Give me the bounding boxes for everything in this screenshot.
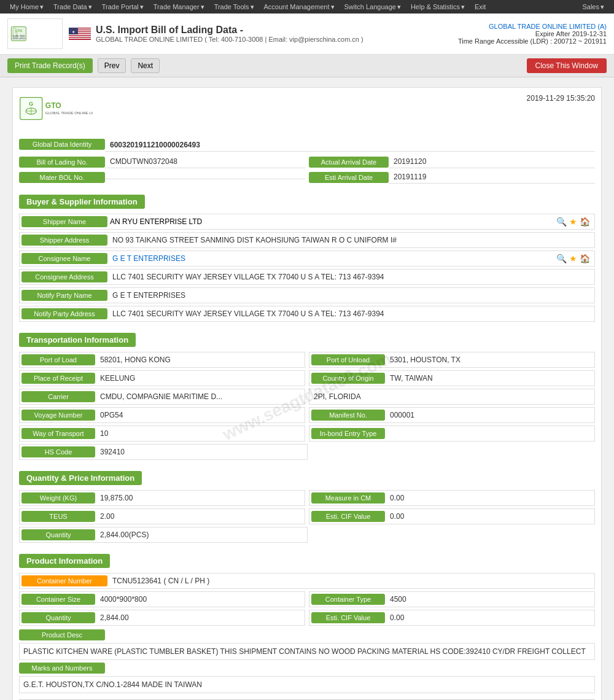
container-size-value: 4000*900*800 [98, 594, 303, 605]
star-icon-2[interactable]: ★ [569, 254, 577, 263]
esti-arrival-value: 20191119 [389, 171, 595, 184]
next-button-top[interactable]: Next [131, 58, 160, 73]
teus-value: 2.00 [98, 511, 303, 522]
carrier-value: CMDU, COMPAGNIE MARITIME D... [98, 391, 303, 402]
doc-datetime: 2019-11-29 15:35:20 [527, 94, 595, 103]
svg-text:★: ★ [72, 30, 75, 34]
way-of-transport-label: Way of Transport [21, 428, 95, 439]
container-number-value: TCNU5123641 ( CN / L / PH ) [110, 575, 593, 586]
svg-text:ONLINE LIMITED: ONLINE LIMITED [12, 37, 25, 40]
shipper-name-value: AN RYU ENTERPRISE LTD [110, 217, 554, 226]
place-of-receipt-label: Place of Receipt [21, 373, 95, 384]
actual-arrival-value: 20191120 [389, 155, 595, 168]
place-of-receipt-value: KEELUNG [98, 373, 303, 384]
voyage-number-value: 0PG54 [98, 410, 303, 421]
quantity-value-prod: 2,844.00 [98, 612, 303, 623]
svg-text:G: G [29, 100, 33, 107]
bol-label: Bill of Lading No. [19, 157, 105, 168]
master-bol-value [105, 175, 305, 179]
nav-account-management[interactable]: Account Management ▾ [259, 0, 340, 14]
measure-in-cm-value: 0.00 [387, 492, 593, 504]
account-info: GLOBAL TRADE ONLINE LIMITED (A) Expire A… [458, 23, 607, 45]
port-of-unload-label: Port of Unload [311, 354, 385, 365]
notify-party-address-label: Notify Party Address [21, 308, 107, 319]
nav-help-statistics[interactable]: Help & Statistics ▾ [406, 0, 470, 14]
print-record-button-top[interactable]: Print Trade Record(s) [7, 58, 93, 73]
svg-text:GTO: GTO [15, 29, 22, 33]
way-of-transport-value: 10 [98, 428, 303, 439]
consignee-address-label: Consignee Address [21, 271, 107, 282]
product-desc-label: Product Desc [19, 629, 105, 640]
account-name-link[interactable]: GLOBAL TRADE ONLINE LIMITED (A) [489, 23, 607, 30]
quantity-price-section-header: Quantity & Price Information [19, 471, 142, 485]
country-of-origin-label: Country of Origin [311, 373, 385, 384]
shipper-address-value: NO 93 TAIKANG STREET SANMING DIST KAOHSI… [110, 235, 593, 246]
carrier-label: Carrier [21, 391, 95, 402]
ldr-info: Time Range Accessible (LDR) : 200712 ~ 2… [458, 37, 607, 45]
container-type-value: 4500 [387, 594, 593, 605]
prev-button-top[interactable]: Prev [98, 58, 126, 73]
doc-logo: G GTO GLOBAL TRADE ONLINE LIMITED [19, 94, 93, 130]
search-icon-2[interactable]: 🔍 [556, 254, 567, 263]
marks-numbers-value: G.E.T. HOUSTON,TX C/NO.1-2844 MADE IN TA… [19, 676, 595, 693]
actual-arrival-label: Actual Arrival Date [309, 157, 389, 168]
master-bol-label: Mater BOL No. [19, 172, 105, 183]
home-icon[interactable]: 🏠 [580, 217, 590, 227]
svg-text:GLOBAL TRADE ONLINE LIMITED: GLOBAL TRADE ONLINE LIMITED [45, 111, 93, 115]
nav-my-home[interactable]: My Home ▾ [5, 0, 49, 14]
notify-party-name-value: G E T ENTERPRISES [110, 290, 593, 301]
star-icon[interactable]: ★ [569, 217, 577, 227]
nav-switch-language[interactable]: Switch Language ▾ [340, 0, 406, 14]
main-document: G GTO GLOBAL TRADE ONLINE LIMITED 2019-1… [12, 87, 602, 700]
esti-arrival-label: Esti Arrival Date [309, 172, 389, 183]
carrier-port-value: 2PI, FLORIDA [311, 391, 593, 402]
manifest-no-value: 000001 [387, 410, 593, 421]
nav-trade-tools[interactable]: Trade Tools ▾ [209, 0, 259, 14]
notify-party-address-value: LLC 7401 SECURITY WAY JERSEY VILLAGE TX … [110, 308, 593, 319]
global-data-identity-label: Global Data Identity [19, 139, 105, 150]
esti-cif-value-label: Esti. CIF Value [311, 511, 385, 522]
nav-sales[interactable]: Sales ▾ [577, 0, 609, 14]
quantity-label-qp: Quantity [21, 529, 95, 540]
nav-trade-data[interactable]: Trade Data ▾ [49, 0, 97, 14]
transportation-section-header: Transportation Information [19, 333, 136, 347]
nav-trade-portal[interactable]: Trade Portal ▾ [97, 0, 149, 14]
in-bond-entry-value [387, 432, 593, 435]
product-section-header: Product Information [19, 554, 110, 568]
esti-cif-value: 0.00 [387, 511, 593, 522]
voyage-number-label: Voyage Number [21, 410, 95, 421]
nav-exit[interactable]: Exit [470, 0, 491, 14]
page-title-block: U.S. Import Bill of Lading Data - GLOBAL… [96, 25, 458, 43]
manifest-no-label: Manifest No. [311, 410, 385, 421]
bol-value: CMDUTWN0372048 [105, 155, 305, 168]
search-icon[interactable]: 🔍 [556, 217, 567, 227]
country-flag: ★ [69, 28, 91, 40]
country-of-origin-value: TW, TAIWAN [387, 373, 593, 384]
global-data-identity-row: Global Data Identity 6003201911210000026… [19, 139, 595, 152]
esti-cif-label-prod: Esti. CIF Value [311, 612, 385, 623]
port-of-load-value: 58201, HONG KONG [98, 354, 303, 365]
home-icon-2[interactable]: 🏠 [580, 254, 590, 263]
global-data-identity-value: 6003201911210000026493 [105, 139, 595, 152]
buyer-supplier-section-header: Buyer & Supplier Information [19, 195, 145, 209]
weight-kg-value: 19,875.00 [98, 492, 303, 504]
consignee-address-value: LLC 7401 SECURITY WAY JERSEY VILLAGE TX … [110, 271, 593, 282]
document-header: G GTO GLOBAL TRADE ONLINE LIMITED 2019-1… [19, 94, 595, 133]
nav-trade-manager[interactable]: Trade Manager ▾ [149, 0, 209, 14]
consignee-name-label: Consignee Name [21, 253, 107, 264]
teus-label: TEUS [21, 511, 95, 522]
company-info: GLOBAL TRADE ONLINE LIMITED ( Tel: 400-7… [96, 36, 458, 43]
product-desc-value: PLASTIC KITCHEN WARE (PLASTIC TUMBLER BA… [19, 643, 595, 660]
svg-rect-9 [69, 36, 91, 37]
in-bond-entry-label: In-bond Entry Type [311, 428, 385, 439]
toolbar-top: Print Trade Record(s) Prev Next Close Th… [0, 55, 614, 77]
close-window-button-top[interactable]: Close This Window [527, 58, 607, 73]
container-type-label: Container Type [311, 594, 385, 605]
container-number-label: Container Number [21, 575, 107, 586]
shipper-address-label: Shipper Address [21, 235, 107, 246]
hs-code-value: 392410 [98, 446, 305, 457]
shipper-name-label: Shipper Name [21, 216, 107, 227]
notify-party-name-label: Notify Party Name [21, 290, 107, 301]
esti-cif-value-prod: 0.00 [387, 612, 593, 623]
page-title: U.S. Import Bill of Lading Data - [96, 25, 458, 36]
